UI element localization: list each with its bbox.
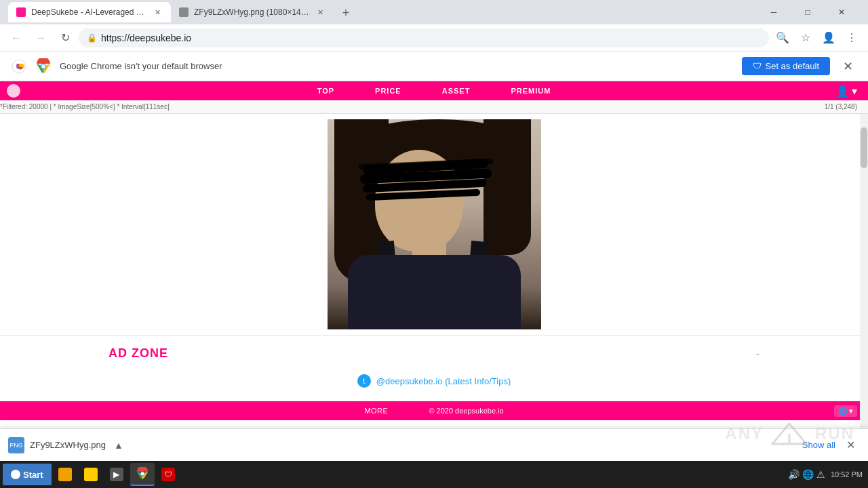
footer-item-more[interactable]: MORE	[364, 407, 388, 415]
title-bar: DeepSukebe - AI-Leveraged Nudifier ✕ ZFy…	[0, 0, 868, 24]
notification-close-button[interactable]: ✕	[838, 57, 857, 76]
svg-point-4	[41, 64, 45, 68]
image-meta-info: *Filtered: 20000 | * ImageSize[500%<] * …	[0, 103, 170, 110]
start-icon	[11, 470, 20, 479]
shield-icon: 🛡	[753, 61, 762, 71]
site-nav: TOP PRICE ASSET PREMIUM 👤 ▾	[0, 81, 868, 100]
media-icon: ▶	[110, 468, 123, 481]
main-image-container	[328, 119, 541, 329]
svg-line-7	[367, 183, 482, 188]
nav-item-top[interactable]: TOP	[317, 87, 334, 95]
image-meta-page: 1/1 (3,248)	[825, 103, 857, 110]
logo-circle	[7, 84, 20, 98]
anyrun-watermark: ANY RUN	[725, 420, 854, 447]
tab-bar: DeepSukebe - AI-Leveraged Nudifier ✕ ZFy…	[5, 2, 755, 22]
refresh-button[interactable]: ↻	[54, 27, 76, 49]
download-filename: ZFy9LZxWHyg.png	[30, 440, 106, 450]
person-image	[328, 119, 541, 329]
explorer-icon	[58, 468, 72, 481]
face-censor-scribble	[355, 153, 504, 207]
scrollbar-thumb[interactable]	[861, 127, 867, 168]
close-button[interactable]: ✕	[826, 2, 857, 22]
site-nav-logo	[7, 84, 20, 98]
image-meta-bar: *Filtered: 20000 | * ImageSize[500%<] * …	[0, 100, 868, 114]
site-footer: MORE © 2020 deepsukebe.io 🌐 ▾	[0, 401, 868, 420]
globe-icon: 🌐	[838, 407, 848, 415]
bookmark-icon-btn[interactable]: ☆	[795, 27, 816, 49]
ad-zone-dash: -	[756, 348, 760, 360]
tab-close-1[interactable]: ✕	[152, 7, 163, 18]
new-tab-button[interactable]: +	[336, 3, 355, 22]
taskbar-app-media[interactable]: ▶	[104, 463, 129, 486]
start-button[interactable]: Start	[3, 464, 52, 485]
svg-line-8	[370, 192, 477, 197]
window-controls: ─ □ ✕	[758, 2, 857, 22]
svg-point-11	[140, 472, 144, 476]
twitter-icon: t	[357, 374, 371, 388]
anyrun-logo-icon	[769, 420, 810, 447]
website-content: TOP PRICE ASSET PREMIUM 👤 ▾ *Filtered: 2…	[0, 81, 868, 428]
files-icon	[84, 468, 98, 481]
address-bar[interactable]: 🔒 https://deepsukebe.io	[79, 28, 769, 47]
clock-time: 10:52 PM	[831, 470, 863, 479]
minimize-button[interactable]: ─	[758, 2, 789, 22]
tab-title-2: ZFy9LZxWHyg.png (1080×1454)	[194, 7, 309, 17]
twitter-link-row: t @deepsukebe.io (Latest Info/Tips)	[357, 374, 511, 388]
anyrun-text: ANY	[725, 424, 764, 443]
main-content: AD ZONE - t @deepsukebe.io (Latest Info/…	[0, 114, 868, 428]
tab-title-1: DeepSukebe - AI-Leveraged Nudifier	[31, 7, 146, 17]
user-icon: 👤	[835, 85, 849, 98]
scrollbar[interactable]	[860, 114, 868, 428]
back-button[interactable]: ←	[5, 27, 27, 49]
tab-favicon-1	[16, 7, 26, 17]
volume-icon[interactable]: 🔊	[788, 469, 800, 480]
ad-zone-container: AD ZONE -	[0, 335, 868, 371]
browser-frame: DeepSukebe - AI-Leveraged Nudifier ✕ ZFy…	[0, 0, 868, 488]
taskbar: Start ▶ 🛡	[0, 461, 868, 488]
chrome-taskbar-icon	[136, 467, 149, 481]
nav-item-asset[interactable]: ASSET	[442, 87, 471, 95]
footer-lang-button[interactable]: 🌐 ▾	[834, 405, 857, 417]
taskbar-app-files[interactable]	[79, 463, 103, 486]
footer-right: 🌐 ▾	[834, 405, 857, 417]
sys-tray-icons: 🔊 🌐 ⚠	[788, 469, 825, 480]
url-text: https://deepsukebe.io	[101, 33, 191, 43]
footer-chevron: ▾	[849, 407, 853, 415]
start-label: Start	[23, 470, 43, 480]
tab-deepsukebe[interactable]: DeepSukebe - AI-Leveraged Nudifier ✕	[8, 2, 171, 22]
footer-copyright: © 2020 deepsukebe.io	[429, 407, 503, 415]
system-clock[interactable]: 10:52 PM	[831, 470, 863, 479]
security-icon: 🛡	[161, 468, 175, 481]
anyrun-text-run: RUN	[815, 424, 854, 443]
profile-icon-btn[interactable]: 👤	[818, 27, 840, 49]
forward-button[interactable]: →	[30, 27, 52, 49]
download-file-icon: PNG	[8, 437, 24, 453]
twitter-handle[interactable]: @deepsukebe.io (Latest Info/Tips)	[376, 376, 511, 386]
site-nav-user[interactable]: 👤 ▾	[835, 85, 857, 98]
nav-item-premium[interactable]: PREMIUM	[511, 87, 551, 95]
warning-icon[interactable]: ⚠	[816, 469, 825, 480]
nav-item-price[interactable]: PRICE	[375, 87, 401, 95]
system-tray: 🔊 🌐 ⚠ 10:52 PM	[788, 469, 863, 480]
nav-chevron: ▾	[852, 85, 857, 98]
taskbar-app-security[interactable]: 🛡	[156, 463, 180, 486]
set-default-button[interactable]: 🛡 Set as default	[742, 57, 831, 75]
body	[348, 255, 521, 329]
chrome-logo-icon	[11, 58, 27, 75]
download-arrow-button[interactable]: ▲	[114, 440, 123, 451]
lock-icon: 🔒	[87, 33, 97, 43]
notification-text: Google Chrome isn't your default browser	[60, 61, 734, 71]
tab-image[interactable]: ZFy9LZxWHyg.png (1080×1454) ✕	[171, 2, 334, 22]
tab-favicon-2	[179, 7, 189, 17]
taskbar-app-explorer[interactable]	[53, 463, 77, 486]
taskbar-app-chrome[interactable]	[130, 463, 155, 486]
svg-line-6	[365, 174, 487, 179]
tab-close-2[interactable]: ✕	[315, 7, 326, 18]
toolbar-icons: 🔍 ☆ 👤 ⋮	[772, 27, 863, 49]
address-bar-row: ← → ↻ 🔒 https://deepsukebe.io 🔍 ☆ 👤 ⋮	[0, 24, 868, 52]
search-icon-btn[interactable]: 🔍	[772, 27, 793, 49]
network-icon[interactable]: 🌐	[802, 469, 814, 480]
menu-icon-btn[interactable]: ⋮	[841, 27, 863, 49]
maximize-button[interactable]: □	[792, 2, 823, 22]
chrome-logo-full	[35, 58, 52, 75]
